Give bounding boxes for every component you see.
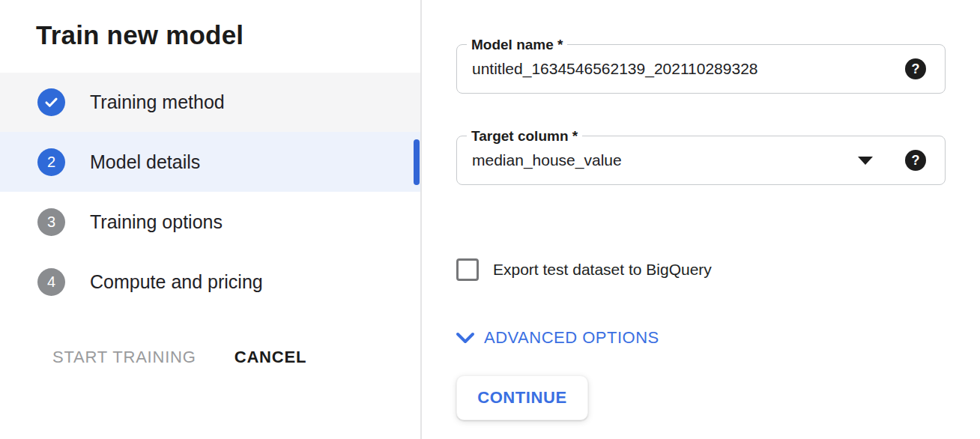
check-icon (43, 94, 59, 110)
active-step-indicator (414, 139, 420, 185)
continue-button[interactable]: CONTINUE (456, 375, 588, 420)
step-label: Training options (90, 211, 223, 233)
train-new-model-dialog: Train new model Training method 2 Model … (0, 0, 980, 439)
step-label: Compute and pricing (90, 271, 263, 293)
step-number-circle: 3 (37, 208, 65, 236)
advanced-options-toggle[interactable]: ADVANCED OPTIONS (456, 328, 659, 348)
export-test-dataset-row[interactable]: Export test dataset to BigQuery (456, 258, 712, 281)
chevron-down-icon (456, 332, 475, 344)
target-column-label: Target column * (467, 128, 582, 144)
step-compute-and-pricing[interactable]: 4 Compute and pricing (0, 252, 420, 312)
page-title: Train new model (36, 19, 244, 51)
export-test-dataset-checkbox[interactable] (456, 258, 479, 281)
stepper-panel: Train new model Training method 2 Model … (0, 0, 420, 439)
arrow-drop-down-icon (858, 157, 873, 165)
advanced-options-label: ADVANCED OPTIONS (484, 328, 659, 348)
step-label: Training method (90, 91, 225, 113)
step-training-method[interactable]: Training method (0, 73, 420, 132)
step-training-options[interactable]: 3 Training options (0, 192, 420, 252)
target-column-select[interactable]: Target column * median_house_value ? (456, 136, 946, 185)
model-details-form: Model name * untitled_1634546562139_2021… (422, 0, 980, 439)
help-icon[interactable]: ? (905, 150, 926, 171)
stepper: Training method 2 Model details 3 Traini… (0, 73, 420, 312)
cancel-button[interactable]: CANCEL (235, 348, 306, 367)
export-test-dataset-label: Export test dataset to BigQuery (493, 261, 712, 279)
step-completed-circle (37, 88, 65, 116)
model-name-input[interactable]: Model name * untitled_1634546562139_2021… (456, 44, 946, 94)
start-training-button[interactable]: START TRAINING (52, 348, 196, 367)
dialog-actions: START TRAINING CANCEL (52, 348, 306, 367)
model-name-label: Model name * (467, 37, 567, 52)
step-number-circle: 2 (37, 148, 65, 176)
target-column-value: median_house_value (472, 151, 622, 169)
help-icon[interactable]: ? (905, 58, 926, 79)
step-label: Model details (90, 151, 200, 173)
step-number-circle: 4 (37, 268, 65, 296)
step-model-details[interactable]: 2 Model details (0, 132, 420, 192)
model-name-value: untitled_1634546562139_202110289328 (472, 60, 758, 78)
